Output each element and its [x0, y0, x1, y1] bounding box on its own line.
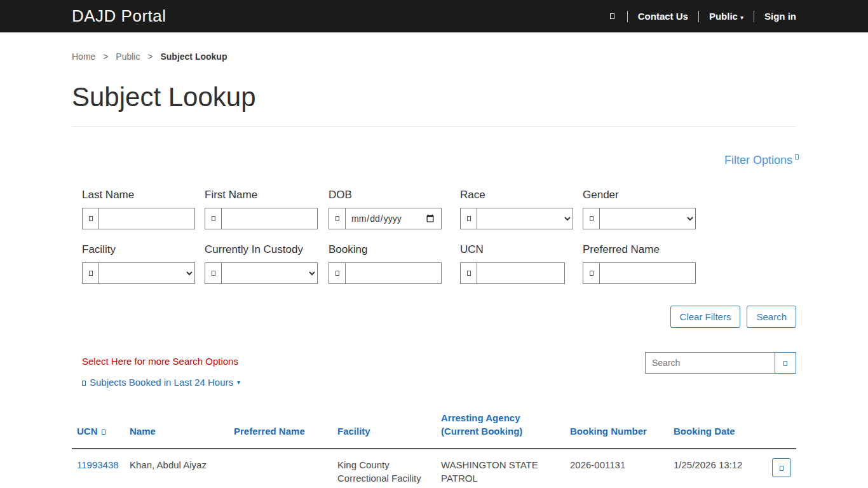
booked-24h-icon — [82, 377, 86, 388]
booked-last-24-label: Subjects Booked in Last 24 Hours — [90, 377, 233, 388]
sort-icon[interactable] — [102, 426, 105, 437]
gender-icon — [583, 208, 599, 229]
table-search-button[interactable] — [775, 352, 796, 374]
preferred-name-cell — [229, 449, 332, 488]
search-button[interactable]: Search — [747, 306, 796, 328]
nav-divider — [754, 11, 754, 22]
in-custody-label: Currently In Custody — [205, 243, 329, 256]
booking-date-cell: 1/25/2026 13:12 — [668, 449, 771, 488]
breadcrumb-separator: > — [103, 51, 108, 62]
nav-sign-in[interactable]: Sign in — [764, 11, 796, 22]
in-custody-icon — [205, 262, 221, 284]
dob-input[interactable] — [345, 208, 442, 229]
filter-options-label: Filter Options — [724, 154, 792, 166]
dob-icon — [329, 208, 345, 229]
preferred-name-input[interactable] — [599, 262, 696, 284]
facility-cell: King County Correctional Facility — [332, 449, 436, 488]
gender-label: Gender — [583, 189, 796, 201]
table-search-group — [645, 352, 796, 374]
column-header-booking-date[interactable]: Booking Date — [668, 405, 771, 449]
facility-select[interactable] — [98, 262, 195, 284]
filter-form: Last Name First Name DOB — [72, 189, 796, 328]
booking-icon — [329, 262, 345, 284]
external-link-icon — [795, 155, 799, 161]
column-header-facility[interactable]: Facility — [332, 405, 436, 449]
details-icon — [780, 463, 783, 473]
ucn-icon — [460, 262, 477, 284]
preferred-name-label: Preferred Name — [583, 243, 796, 256]
first-name-input[interactable] — [221, 208, 318, 229]
column-header-preferred-name[interactable]: Preferred Name — [229, 405, 332, 449]
more-search-options-link[interactable]: Select Here for more Search Options — [82, 356, 240, 367]
nav-contact-us[interactable]: Contact Us — [638, 11, 688, 22]
chevron-down-icon: ▾ — [237, 379, 240, 386]
nav-divider — [698, 11, 699, 22]
race-select[interactable] — [477, 208, 573, 229]
first-name-icon — [205, 208, 221, 229]
breadcrumb-current: Subject Lookup — [160, 51, 227, 62]
booking-input[interactable] — [345, 262, 442, 284]
brand-link[interactable]: DAJD Portal — [72, 6, 166, 26]
agency-cell: WASHINGTON STATE PATROL — [436, 449, 565, 488]
title-divider — [72, 126, 796, 127]
facility-icon — [82, 262, 98, 284]
in-custody-select[interactable] — [221, 262, 318, 284]
booking-label: Booking — [329, 243, 460, 256]
top-navbar: DAJD Portal Contact Us Public▾ Sign in — [0, 0, 868, 32]
booked-last-24-link[interactable]: Subjects Booked in Last 24 Hours ▾ — [82, 377, 240, 388]
nav-public-dropdown[interactable]: Public▾ — [709, 11, 743, 22]
table-search-input[interactable] — [645, 352, 775, 374]
column-header-booking-number[interactable]: Booking Number — [565, 405, 668, 449]
column-header-name[interactable]: Name — [125, 405, 229, 449]
column-header-actions — [771, 405, 796, 449]
search-icon — [783, 358, 787, 368]
ucn-label: UCN — [460, 243, 583, 256]
top-nav: Contact Us Public▾ Sign in — [607, 11, 796, 22]
last-name-input[interactable] — [98, 208, 195, 229]
header-menu-icon[interactable] — [607, 12, 617, 20]
breadcrumb-separator: > — [147, 51, 153, 62]
breadcrumb-public[interactable]: Public — [116, 51, 140, 62]
chevron-down-icon: ▾ — [740, 14, 743, 21]
first-name-label: First Name — [205, 189, 329, 201]
ucn-input[interactable] — [477, 262, 565, 284]
breadcrumb: Home > Public > Subject Lookup — [72, 51, 796, 62]
ucn-link[interactable]: 11993438 — [77, 459, 119, 470]
nav-public-label: Public — [709, 11, 738, 22]
column-header-ucn[interactable]: UCN — [72, 405, 125, 449]
last-name-label: Last Name — [82, 189, 205, 201]
nav-divider — [627, 11, 628, 22]
facility-label: Facility — [82, 243, 205, 256]
clear-filters-button[interactable]: Clear Filters — [670, 306, 741, 328]
page-title: Subject Lookup — [72, 82, 796, 112]
column-header-agency[interactable]: Arresting Agency (Current Booking) — [436, 405, 565, 449]
table-header-row: UCN Name Preferred Name Facility Arresti… — [72, 405, 796, 449]
name-cell: Khan, Abdul Aiyaz — [125, 449, 229, 488]
table-row: 11993438 Khan, Abdul Aiyaz King County C… — [72, 449, 796, 488]
row-details-button[interactable] — [772, 458, 791, 477]
last-name-icon — [82, 208, 98, 229]
results-table: UCN Name Preferred Name Facility Arresti… — [72, 405, 796, 488]
race-label: Race — [460, 189, 583, 201]
booking-number-cell: 2026-001131 — [565, 449, 668, 488]
ucn-header-label: UCN — [77, 426, 98, 437]
dob-label: DOB — [329, 189, 460, 201]
preferred-name-icon — [583, 262, 599, 284]
filter-options-link[interactable]: Filter Options — [724, 154, 796, 166]
breadcrumb-home[interactable]: Home — [72, 51, 95, 62]
race-icon — [460, 208, 477, 229]
gender-select[interactable] — [599, 208, 696, 229]
